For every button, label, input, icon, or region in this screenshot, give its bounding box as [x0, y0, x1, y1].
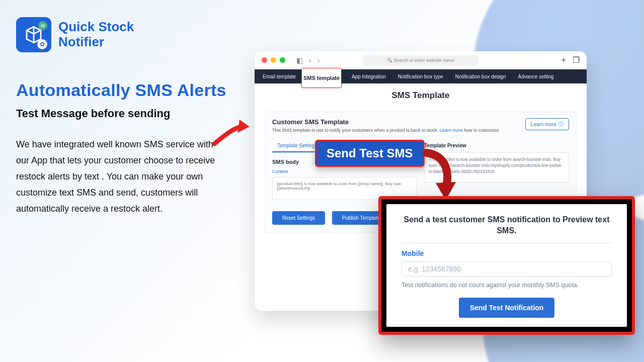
modal-help-text: Test notifications do not count against … [401, 282, 612, 289]
app-logo-icon: ✉ ✿ [16, 17, 51, 52]
nav-forward-icon[interactable]: › [317, 56, 320, 64]
modal-title: Send a test customer SMS notification to… [401, 214, 612, 236]
modal-divider [401, 243, 612, 243]
left-column: ✉ ✿ Quick Stock Notifier Automatically S… [16, 17, 227, 217]
logo-badge-dot-bottom: ✿ [37, 39, 47, 49]
tab-notification-box-type[interactable]: Notification box type [398, 74, 443, 79]
card-description: This SMS template is use to notify your … [272, 128, 499, 133]
learn-more-button[interactable]: Learn more ⓘ [525, 118, 569, 130]
brand-line1: Quick Stock [58, 20, 134, 35]
send-test-modal: Send a test customer SMS notification to… [378, 196, 635, 335]
modal-mobile-label: Mobile [401, 249, 612, 257]
page-title: SMS Template [265, 90, 577, 101]
card-title: Customer SMS Template [272, 118, 499, 126]
nav-back-icon[interactable]: ‹ [309, 56, 311, 64]
tab-email-template[interactable]: Email template [263, 74, 296, 79]
callout-send-test-sms: Send Test SMS [315, 140, 425, 167]
tab-notification-box-design[interactable]: Notification box design [455, 74, 506, 79]
brand-line2: Notifier [58, 35, 134, 50]
mobile-input[interactable] [401, 261, 612, 277]
brand-name: Quick Stock Notifier [58, 20, 134, 50]
hero-body: We have integrated well known SMS servic… [16, 136, 217, 217]
learn-more-label: Learn more [531, 122, 556, 127]
card-learn-link[interactable]: Learn more [440, 128, 463, 133]
send-test-notification-button[interactable]: Send Test Notification [459, 298, 555, 318]
info-icon: ⓘ [558, 121, 564, 128]
traffic-minimize-icon[interactable] [271, 57, 276, 63]
tab-advance-setting[interactable]: Advance setting [518, 74, 553, 79]
card-desc-pre: This SMS template is use to notify your … [272, 128, 440, 133]
traffic-maximize-icon[interactable] [280, 57, 285, 63]
callout-sms-template: SMS template [301, 68, 342, 88]
card-header: Customer SMS Template This SMS template … [272, 118, 569, 133]
template-preview-label: Template Preview [424, 143, 569, 148]
hero-title: Automatically SMS Alerts [16, 80, 227, 100]
modal-inner: Send a test customer SMS notification to… [386, 204, 627, 327]
card-desc-post: how to customize [463, 128, 499, 133]
hero-subtitle: Test Message before sending [16, 107, 227, 120]
traffic-lights [262, 57, 285, 63]
logo-row: ✉ ✿ Quick Stock Notifier [16, 17, 227, 52]
sidebar-toggle-icon[interactable]: ◧ [296, 56, 303, 64]
tabs-overview-icon[interactable]: ❐ [573, 55, 580, 65]
browser-url-placeholder: 🔍 Search or enter website name [387, 58, 454, 63]
logo-badge-dot-top: ✉ [38, 21, 47, 30]
reset-settings-button[interactable]: Reset Settings [272, 211, 325, 225]
browser-url-input[interactable]: 🔍 Search or enter website name [363, 55, 478, 65]
tab-app-integration[interactable]: App Integration [352, 74, 386, 79]
new-tab-icon[interactable]: ＋ [559, 55, 568, 65]
browser-chrome-bar: ◧ ‹ › 🔍 Search or enter website name ＋ ❐ [255, 51, 587, 69]
arrow-left-icon [211, 115, 252, 152]
traffic-close-icon[interactable] [262, 57, 267, 63]
chrome-nav-icons: ◧ ‹ › [296, 56, 319, 64]
content-label: Content [272, 169, 417, 174]
